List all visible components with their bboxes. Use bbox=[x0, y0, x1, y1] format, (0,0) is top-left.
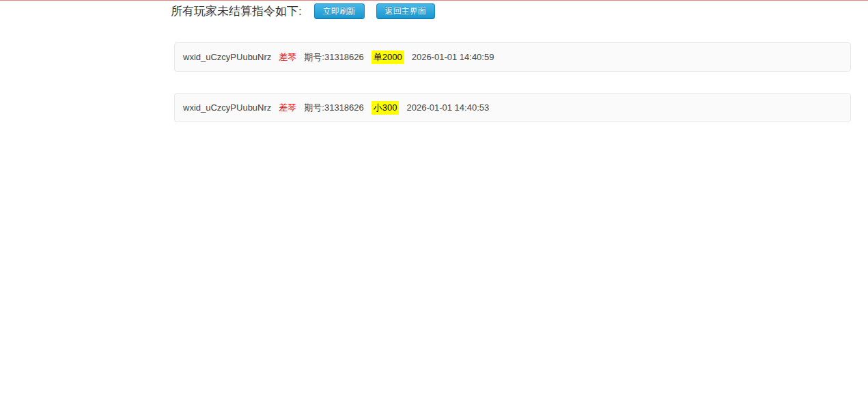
bet-highlight: 小300 bbox=[372, 101, 400, 115]
refresh-button[interactable]: 立即刷新 bbox=[314, 3, 365, 19]
player-nickname: 差琴 bbox=[279, 51, 296, 64]
orders-list: wxid_uCzcyPUubuNrz 差琴 期号:31318626 单2000 … bbox=[174, 42, 851, 122]
player-wxid: wxid_uCzcyPUubuNrz bbox=[183, 102, 271, 113]
order-row: wxid_uCzcyPUubuNrz 差琴 期号:31318626 小300 2… bbox=[174, 93, 851, 122]
player-wxid: wxid_uCzcyPUubuNrz bbox=[183, 52, 271, 62]
top-accent-line bbox=[0, 0, 868, 1]
order-timestamp: 2026-01-01 14:40:59 bbox=[412, 52, 494, 62]
bet-highlight: 单2000 bbox=[372, 51, 404, 64]
page-title: 所有玩家未结算指令如下: bbox=[171, 3, 302, 19]
player-nickname: 差琴 bbox=[279, 102, 296, 114]
back-to-main-button[interactable]: 返回主界面 bbox=[376, 3, 435, 19]
period-number: 期号:31318626 bbox=[304, 51, 363, 64]
order-row: wxid_uCzcyPUubuNrz 差琴 期号:31318626 单2000 … bbox=[174, 42, 851, 72]
period-number: 期号:31318626 bbox=[304, 102, 363, 114]
order-timestamp: 2026-01-01 14:40:53 bbox=[406, 102, 489, 113]
page-header: 所有玩家未结算指令如下: 立即刷新 返回主界面 bbox=[171, 3, 868, 19]
